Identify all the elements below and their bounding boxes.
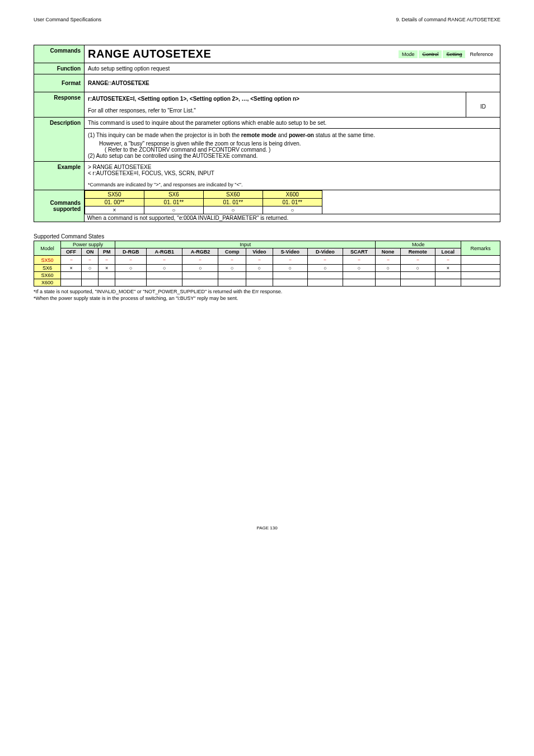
state-cell: － (82, 256, 99, 265)
state-cell (343, 279, 375, 287)
state-cell (115, 279, 147, 287)
state-cell (182, 279, 218, 287)
format-value: RANGE□AUTOSETEXE (85, 74, 500, 92)
state-cell: ○ (82, 265, 99, 272)
state-row-model: SX60 (34, 272, 61, 279)
state-cell: ○ (400, 265, 435, 272)
function-value: Auto setup setting option request (85, 63, 500, 74)
state-cell (218, 279, 246, 287)
state-cell: － (273, 256, 307, 265)
state-cell: － (182, 256, 218, 265)
state-cell: × (99, 265, 115, 272)
state-cell: － (115, 256, 147, 265)
state-cell (400, 272, 435, 279)
state-cell (400, 279, 435, 287)
state-cell: － (307, 256, 343, 265)
page-number: PAGE 130 (34, 525, 500, 530)
state-cell (99, 279, 115, 287)
state-cell (60, 272, 81, 279)
tag-mode: Mode (399, 50, 418, 58)
state-cell: × (60, 265, 81, 272)
state-cell: － (376, 256, 401, 265)
supported-states-table: Model Power supply Input Mode Remarks OF… (34, 241, 500, 287)
states-title: Supported Command States (34, 233, 500, 240)
state-cell: － (400, 256, 435, 265)
header-left: User Command Specifications (34, 17, 101, 22)
description-body: This command is used to inquire about th… (85, 118, 500, 162)
tag-setting: Setting (443, 50, 465, 58)
state-cell: ○ (182, 265, 218, 272)
state-cell: － (60, 256, 81, 265)
supported-label: Commands supported (34, 190, 85, 222)
state-cell (307, 279, 343, 287)
state-cell (82, 272, 99, 279)
state-cell: － (246, 256, 273, 265)
response-label: Response (34, 92, 85, 118)
state-cell (376, 272, 401, 279)
state-cell: － (435, 256, 461, 265)
example-body: > RANGE AUTOSETEXE < r:AUTOSETEXE=I, FOC… (85, 162, 500, 190)
response-id: ID (466, 92, 500, 117)
response-line1: r:AUTOSETEXE=I, <Setting option 1>, <Set… (88, 96, 462, 102)
state-cell (99, 272, 115, 279)
function-label: Function (34, 63, 85, 74)
state-cell: ○ (307, 265, 343, 272)
state-cell (147, 272, 182, 279)
state-cell (182, 272, 218, 279)
state-row-model: X600 (34, 279, 61, 287)
state-cell (376, 279, 401, 287)
state-cell: ○ (273, 265, 307, 272)
state-cell (343, 272, 375, 279)
state-cell: － (99, 256, 115, 265)
response-line2: For all other responses, refer to "Error… (88, 107, 462, 114)
state-cell (82, 279, 99, 287)
state-cell: ○ (246, 265, 273, 272)
footnote-2: *When the power supply state is in the p… (34, 295, 500, 302)
state-cell: ○ (218, 265, 246, 272)
format-label: Format (34, 74, 85, 92)
state-cell: × (435, 265, 461, 272)
state-cell: ○ (343, 265, 375, 272)
header-right: 9. Details of command RANGE AUTOSETEXE (396, 17, 500, 22)
state-cell (273, 272, 307, 279)
state-cell: － (218, 256, 246, 265)
state-remarks (461, 272, 500, 279)
supported-models-table: SX50 SX6 SX60 X600 01. 00** 01. 01** 01.… (85, 190, 500, 222)
state-cell: ○ (376, 265, 401, 272)
state-remarks (461, 265, 500, 272)
tag-reference: Reference (466, 50, 496, 58)
state-remarks (461, 279, 500, 287)
state-cell (115, 272, 147, 279)
state-cell (307, 272, 343, 279)
footnote-1: *If a state is not supported, "INVALID_M… (34, 289, 500, 295)
state-cell (147, 279, 182, 287)
state-cell (246, 272, 273, 279)
state-cell (435, 272, 461, 279)
state-cell (435, 279, 461, 287)
state-cell (218, 272, 246, 279)
state-cell (273, 279, 307, 287)
state-cell (60, 279, 81, 287)
commands-label: Commands (34, 45, 85, 63)
example-label: Example (34, 162, 85, 190)
state-cell: － (343, 256, 375, 265)
command-title: RANGE AUTOSETEXE (88, 48, 211, 60)
state-cell (246, 279, 273, 287)
description-label: Description (34, 118, 85, 162)
state-row-model: SX6 (34, 265, 61, 272)
state-cell: ○ (115, 265, 147, 272)
state-row-model: SX50 (34, 256, 61, 265)
state-cell: － (147, 256, 182, 265)
command-detail-table: Commands RANGE AUTOSETEXE Mode Control S… (34, 45, 500, 222)
tag-control: Control (419, 50, 442, 58)
state-remarks (461, 256, 500, 265)
state-cell: ○ (147, 265, 182, 272)
